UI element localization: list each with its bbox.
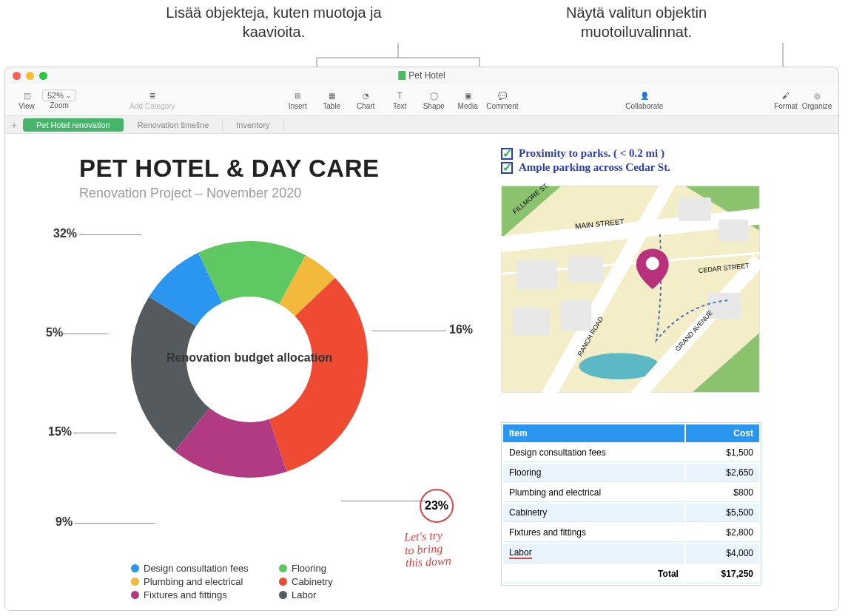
document-title: Pet Hotel: [398, 70, 445, 81]
chart-legend: Design consultation feesFlooringPlumbing…: [131, 563, 397, 600]
organize-button[interactable]: ◎Organize: [801, 89, 832, 110]
svg-rect-8: [679, 197, 712, 221]
comment-button[interactable]: 💬Comment: [486, 89, 518, 110]
swatch-icon: [279, 591, 287, 599]
category-icon: ≣: [146, 89, 159, 102]
col-item: Item: [503, 424, 684, 442]
page-subtitle: Renovation Project – November 2020: [79, 186, 379, 201]
app-window: Pet Hotel ◫ View 52% ⌄ Zoom ≣ Add Catego…: [4, 67, 839, 611]
person-icon: 👤: [638, 89, 651, 102]
table-row[interactable]: Fixtures and fittings$2,800: [503, 524, 759, 542]
pct-label-16: 16%: [449, 323, 473, 336]
tab-renovation-timeline[interactable]: Renovation timeline: [124, 118, 223, 132]
callout-insert: Lisää objekteja, kuten muotoja ja kaavio…: [155, 3, 392, 41]
chart-center-label: Renovation budget allocation: [166, 351, 332, 365]
checkbox-icon: [501, 148, 513, 160]
swatch-icon: [279, 564, 287, 572]
sidebar-icon: ◫: [20, 89, 33, 102]
shape-button[interactable]: ◯Shape: [418, 89, 449, 110]
plus-box-icon: ⊞: [291, 89, 304, 102]
page-title: PET HOTEL & DAY CARE: [79, 155, 379, 183]
table-row[interactable]: Plumbing and electrical$800: [503, 484, 759, 502]
fullscreen-icon[interactable]: [39, 72, 47, 80]
shape-icon: ◯: [427, 89, 440, 102]
close-icon[interactable]: [13, 72, 21, 80]
format-button[interactable]: 🖌Format: [770, 89, 801, 110]
table-total-row: Total$17,250: [503, 565, 759, 583]
legend-item: Labor: [279, 589, 397, 600]
view-button[interactable]: ◫ View: [11, 89, 42, 110]
text-button[interactable]: TText: [384, 89, 415, 110]
toolbar: ◫ View 52% ⌄ Zoom ≣ Add Category ⊞Insert…: [5, 84, 838, 116]
insert-button[interactable]: ⊞Insert: [282, 89, 313, 110]
collaborate-button[interactable]: 👤Collaborate: [625, 89, 663, 110]
svg-point-13: [646, 257, 659, 270]
circled-annotation: 23%: [420, 489, 454, 523]
legend-item: Fixtures and fittings: [131, 589, 279, 600]
map-illustration: FILLMORE ST. MAIN STREET CEDAR STREET RA…: [501, 186, 760, 393]
legend-item: Flooring: [279, 563, 397, 574]
media-button[interactable]: ▣Media: [452, 89, 483, 110]
swatch-icon: [131, 578, 139, 586]
svg-rect-9: [719, 220, 748, 242]
text-icon: T: [393, 89, 406, 102]
hand-note: Let's try to bring this down: [404, 528, 451, 569]
legend-item: Cabinetry: [279, 576, 397, 587]
legend-item: Design consultation fees: [131, 563, 279, 574]
organize-icon: ◎: [810, 89, 824, 102]
minimize-icon[interactable]: [26, 72, 34, 80]
swatch-icon: [131, 591, 139, 599]
handwritten-notes: Proximity to parks. ( < 0.2 mi ) Ample p…: [501, 147, 670, 175]
tab-inventory[interactable]: Inventory: [223, 118, 283, 132]
legend-item: Plumbing and electrical: [131, 576, 279, 587]
media-icon: ▣: [461, 89, 474, 102]
table-button[interactable]: ▦Table: [316, 89, 347, 110]
svg-rect-11: [561, 300, 592, 331]
swatch-icon: [279, 578, 287, 586]
canvas[interactable]: PET HOTEL & DAY CARE Renovation Project …: [5, 134, 838, 610]
chart-button[interactable]: ◔Chart: [350, 89, 381, 110]
add-sheet-button[interactable]: +: [5, 119, 23, 131]
callout-format: Näytä valitun objektin muotoiluvalinnat.: [548, 3, 725, 41]
swatch-icon: [131, 564, 139, 572]
comment-icon: 💬: [496, 89, 509, 102]
svg-rect-6: [516, 260, 557, 289]
svg-rect-7: [568, 256, 604, 282]
sheet-tabs: + Pet Hotel renovation Renovation timeli…: [5, 116, 838, 134]
checkbox-icon: [501, 162, 513, 174]
pct-label-5: 5%: [46, 326, 63, 339]
add-category-button[interactable]: ≣ Add Category: [129, 89, 175, 110]
table-row[interactable]: Flooring$2,650: [503, 464, 759, 482]
chart-icon: ◔: [359, 89, 372, 102]
donut-chart[interactable]: Renovation budget allocation: [72, 211, 427, 529]
svg-rect-10: [513, 308, 550, 336]
col-cost: Cost: [686, 424, 759, 442]
table-row[interactable]: Design consultation fees$1,500: [503, 444, 759, 462]
pct-label-32: 32%: [53, 227, 77, 240]
cost-table[interactable]: Item Cost Design consultation fees$1,500…: [501, 422, 761, 586]
numbers-doc-icon: [398, 71, 406, 80]
titlebar: Pet Hotel: [5, 67, 838, 84]
pct-label-15: 15%: [48, 425, 72, 439]
tab-pet-hotel-renovation[interactable]: Pet Hotel renovation: [23, 118, 124, 132]
chevron-down-icon: ⌄: [66, 92, 71, 99]
table-row[interactable]: Labor$4,000: [503, 544, 759, 563]
pct-label-9: 9%: [55, 515, 73, 529]
table-icon: ▦: [325, 89, 338, 102]
table-row[interactable]: Cabinetry$5,500: [503, 504, 759, 522]
paintbrush-icon: 🖌: [779, 89, 793, 102]
zoom-button[interactable]: 52% ⌄ Zoom: [42, 89, 76, 109]
